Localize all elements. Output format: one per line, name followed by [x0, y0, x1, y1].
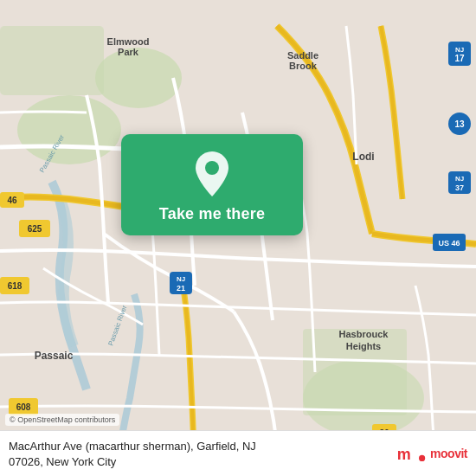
svg-text:Brook: Brook: [289, 61, 318, 71]
location-pin-icon: [191, 150, 233, 198]
take-me-there-button[interactable]: Take me there: [159, 205, 265, 223]
svg-point-39: [205, 161, 219, 175]
navigation-card[interactable]: Take me there: [121, 134, 303, 235]
moovit-text: moovit: [430, 447, 467, 460]
map-background: 625 46 US 46 NJ 17 13 NJ 37 NJ 21 618 60…: [0, 0, 476, 476]
svg-text:Hasbrouck: Hasbrouck: [339, 329, 389, 339]
svg-point-1: [17, 95, 121, 164]
copyright-bar: © OpenStreetMap contributors: [5, 414, 119, 426]
address-container: MacArthur Ave (macarthur sherman), Garfi…: [9, 439, 256, 467]
svg-text:46: 46: [7, 196, 17, 205]
svg-text:Lodi: Lodi: [352, 151, 374, 163]
svg-point-42: [419, 455, 425, 461]
svg-text:618: 618: [8, 281, 23, 291]
moovit-logo: m moovit: [396, 438, 467, 469]
svg-rect-3: [0, 26, 104, 95]
moovit-icon: m: [396, 438, 427, 469]
svg-text:21: 21: [177, 284, 185, 293]
svg-text:Park: Park: [118, 47, 139, 57]
svg-text:Heights: Heights: [346, 341, 381, 351]
svg-text:37: 37: [455, 183, 464, 192]
copyright-text: © OpenStreetMap contributors: [10, 415, 115, 424]
svg-text:US 46: US 46: [438, 239, 460, 248]
svg-text:608: 608: [16, 402, 31, 412]
address-line1: MacArthur Ave (macarthur sherman), Garfi…: [9, 439, 256, 454]
svg-text:Saddle: Saddle: [287, 50, 318, 61]
svg-text:NJ: NJ: [177, 275, 185, 283]
svg-text:m: m: [397, 446, 411, 463]
bottom-info-bar: MacArthur Ave (macarthur sherman), Garfi…: [0, 430, 476, 476]
svg-text:NJ: NJ: [455, 175, 464, 183]
map-container: 625 46 US 46 NJ 17 13 NJ 37 NJ 21 618 60…: [0, 0, 476, 476]
svg-text:NJ: NJ: [455, 46, 464, 54]
address-line2: 07026, New York City: [9, 455, 256, 468]
svg-text:Elmwood: Elmwood: [107, 36, 150, 47]
svg-point-2: [95, 48, 182, 108]
svg-text:13: 13: [454, 119, 465, 129]
svg-text:Passaic: Passaic: [35, 350, 74, 362]
svg-text:17: 17: [454, 54, 465, 63]
svg-text:625: 625: [28, 224, 42, 234]
